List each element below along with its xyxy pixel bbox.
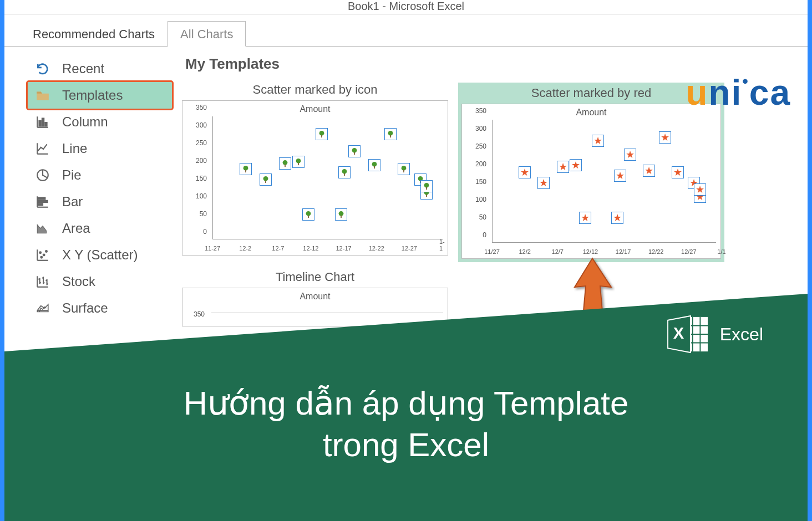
sidebar-item-label: Templates	[62, 88, 123, 103]
tab-strip: Recommended Charts All Charts	[20, 20, 808, 47]
svg-rect-16	[285, 165, 286, 167]
y-tick-label: 300	[462, 125, 490, 132]
sidebar-item-label: Column	[62, 114, 108, 130]
star-marker-icon: ★	[611, 212, 623, 224]
template-title: Scatter marked by red	[461, 86, 721, 100]
chart-preview: Amount 05010015020025030035011-2712-212-…	[182, 100, 448, 256]
stock-chart-icon	[33, 274, 52, 289]
y-tick-label: 250	[462, 142, 490, 150]
svg-rect-6	[38, 203, 43, 205]
y-tick-label: 50	[462, 213, 490, 221]
svg-rect-22	[321, 135, 322, 137]
x-tick-label: 12-22	[369, 245, 384, 252]
tab-recommended-charts[interactable]: Recommended Charts	[20, 21, 168, 47]
svg-point-21	[319, 130, 324, 135]
sidebar-item-label: Line	[62, 141, 87, 156]
svg-rect-1	[42, 119, 44, 126]
star-marker-icon: ★	[592, 135, 604, 147]
x-tick-label: 11-27	[205, 245, 220, 252]
tree-marker-icon	[302, 208, 314, 221]
scatter-chart-icon	[33, 247, 52, 263]
svg-point-7	[39, 252, 41, 253]
star-marker-icon: ★	[579, 212, 591, 224]
tree-marker-icon	[384, 128, 397, 140]
tree-marker-icon	[420, 180, 433, 192]
x-tick-label: 1/1	[717, 248, 725, 255]
star-marker-icon: ★	[537, 177, 550, 189]
y-tick-label: 350	[182, 104, 210, 111]
tree-marker-icon	[279, 157, 291, 170]
y-tick-label: 50	[182, 210, 210, 218]
svg-point-8	[43, 254, 45, 256]
svg-rect-0	[39, 121, 41, 126]
undo-icon	[33, 61, 52, 76]
pie-chart-icon	[33, 167, 52, 183]
section-title: My Templates	[182, 55, 796, 73]
svg-rect-20	[308, 216, 309, 218]
x-tick-label: 12/27	[681, 248, 697, 255]
chart-inner-title: Amount	[464, 108, 718, 118]
svg-point-31	[388, 130, 393, 135]
sidebar-item-templates[interactable]: Templates	[28, 82, 172, 109]
plot-area	[212, 116, 443, 239]
svg-point-29	[372, 162, 377, 167]
x-tick-label: 12-27	[402, 245, 417, 252]
sidebar-item-stock[interactable]: Stock	[28, 268, 172, 295]
area-chart-icon	[33, 221, 52, 236]
y-tick-label: 350	[462, 107, 490, 115]
sidebar-item-scatter[interactable]: X Y (Scatter)	[28, 242, 172, 268]
sidebar-item-label: X Y (Scatter)	[62, 247, 138, 263]
hero-line2: trong Excel	[184, 424, 629, 466]
sidebar-item-bar[interactable]: Bar	[28, 188, 172, 215]
star-marker-icon: ★	[519, 166, 531, 178]
template-title: Timeline Chart	[182, 270, 448, 284]
svg-rect-32	[390, 135, 391, 137]
tab-all-charts[interactable]: All Charts	[168, 21, 246, 47]
svg-rect-5	[38, 201, 47, 202]
tree-marker-icon	[335, 208, 347, 221]
x-tick-label: 12-7	[272, 245, 284, 252]
line-chart-icon	[33, 141, 52, 156]
star-marker-icon: ★	[624, 149, 636, 161]
tree-marker-icon	[368, 159, 380, 171]
sidebar-item-label: Stock	[62, 274, 95, 289]
hero-line1: Hướng dẫn áp dụng Template	[184, 382, 629, 424]
sidebar-item-pie[interactable]: Pie	[28, 162, 172, 188]
sidebar-item-line[interactable]: Line	[28, 135, 172, 162]
svg-rect-14	[265, 180, 266, 182]
y-tick-label: 0	[182, 228, 210, 236]
x-tick-label: 12-2	[239, 245, 251, 252]
template-card-scatter-icon[interactable]: Scatter marked by icon Amount 0501001502…	[182, 83, 448, 262]
sidebar-item-label: Recent	[62, 61, 104, 76]
tree-marker-icon	[398, 163, 410, 175]
svg-rect-38	[426, 195, 427, 197]
x-tick-label: 12/17	[616, 248, 631, 255]
template-card-scatter-red[interactable]: Scatter marked by red Amount ★★★★★★★★★★★…	[458, 83, 724, 262]
x-tick-label: 12/12	[583, 248, 598, 255]
plot-area: ★★★★★★★★★★★★★★★	[492, 120, 716, 243]
y-tick-label: 150	[182, 175, 210, 182]
svg-point-17	[296, 159, 301, 164]
star-marker-icon: ★	[643, 165, 655, 177]
star-marker-icon: ★	[672, 166, 684, 178]
tree-marker-icon	[260, 173, 272, 186]
svg-point-19	[306, 211, 311, 216]
excel-brand: X Excel	[667, 315, 763, 354]
sidebar-item-recent[interactable]: Recent	[28, 55, 172, 82]
sidebar-item-column[interactable]: Column	[28, 109, 172, 135]
excel-icon: X	[667, 315, 710, 354]
svg-point-13	[263, 176, 268, 181]
star-marker-icon: ★	[614, 170, 626, 182]
star-marker-icon: ★	[557, 161, 569, 173]
tree-marker-icon	[348, 145, 361, 157]
svg-rect-28	[354, 152, 355, 155]
svg-point-33	[401, 166, 406, 171]
svg-point-23	[339, 211, 344, 216]
svg-rect-30	[374, 166, 375, 168]
sidebar-item-area[interactable]: Area	[28, 215, 172, 242]
bar-chart-icon	[33, 194, 52, 210]
chart-inner-title: Amount	[185, 104, 445, 114]
x-tick-label: 12/7	[552, 248, 564, 255]
column-chart-icon	[33, 114, 52, 130]
svg-point-9	[45, 251, 47, 252]
